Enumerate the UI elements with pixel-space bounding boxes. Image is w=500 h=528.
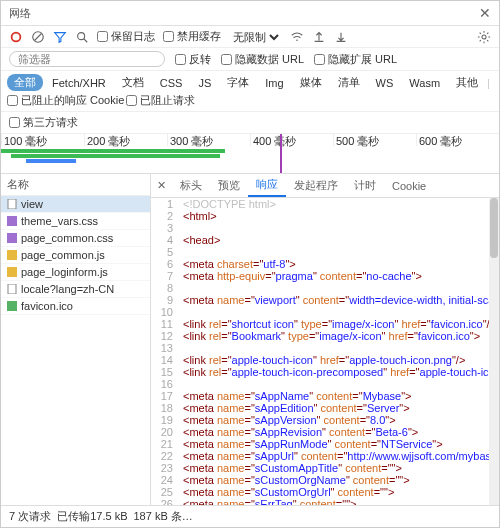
tab-1[interactable]: 预览	[210, 174, 248, 197]
timeline-overview[interactable]: 100 毫秒200 毫秒300 毫秒400 毫秒500 毫秒600 毫秒	[1, 134, 499, 174]
timeline-tick: 100 毫秒	[1, 134, 84, 146]
code-line: 24<meta name="sCustomOrgName" content=""…	[151, 474, 499, 486]
line-source: <meta name="sAppRevision" content="Beta-…	[179, 426, 418, 438]
scrollbar-thumb[interactable]	[490, 198, 498, 258]
file-type-icon	[7, 250, 17, 260]
code-line: 25<meta name="sCustomOrgUrl" content="">	[151, 486, 499, 498]
hide-ext-urls-checkbox[interactable]: 隐藏扩展 URL	[314, 52, 397, 67]
line-source: <link rel="apple-touch-icon" href="apple…	[179, 354, 465, 366]
record-icon[interactable]	[9, 30, 23, 44]
request-name: locale?lang=zh-CN	[21, 283, 114, 295]
request-row[interactable]: favicon.ico	[1, 298, 150, 315]
line-source: <html>	[179, 210, 217, 222]
type-filter-fetch/xhr[interactable]: Fetch/XHR	[45, 76, 113, 90]
type-filter-js[interactable]: JS	[191, 76, 218, 90]
line-source: <meta name="viewport" content="width=dev…	[179, 294, 499, 306]
request-row[interactable]: view	[1, 196, 150, 213]
file-type-icon	[7, 301, 17, 311]
close-icon[interactable]: ✕	[479, 5, 491, 21]
line-number: 11	[151, 318, 179, 330]
line-number: 20	[151, 426, 179, 438]
code-line: 22<meta name="sAppUrl" content="http://w…	[151, 450, 499, 462]
line-number: 24	[151, 474, 179, 486]
filter-input[interactable]	[9, 51, 165, 67]
request-list-panel: 名称 viewtheme_vars.csspage_common.csspage…	[1, 174, 151, 505]
request-row[interactable]: page_common.js	[1, 247, 150, 264]
request-row[interactable]: locale?lang=zh-CN	[1, 281, 150, 298]
type-filter-文档[interactable]: 文档	[115, 74, 151, 91]
search-icon[interactable]	[75, 30, 89, 44]
type-filter-css[interactable]: CSS	[153, 76, 190, 90]
hide-data-urls-checkbox[interactable]: 隐藏数据 URL	[221, 52, 304, 67]
line-source: <head>	[179, 234, 220, 246]
vertical-scrollbar[interactable]	[489, 198, 499, 505]
throttling-select[interactable]: 无限制	[229, 30, 282, 44]
request-row[interactable]: page_loginform.js	[1, 264, 150, 281]
detail-tabs: ✕ 标头预览响应发起程序计时Cookie	[151, 174, 499, 198]
third-party-checkbox[interactable]: 第三方请求	[9, 115, 78, 130]
type-filter-媒体[interactable]: 媒体	[293, 74, 329, 91]
download-icon[interactable]	[334, 30, 348, 44]
type-filter-其他[interactable]: 其他	[449, 74, 485, 91]
invert-checkbox[interactable]: 反转	[175, 52, 211, 67]
code-line: 13	[151, 342, 499, 354]
code-line: 8	[151, 282, 499, 294]
hide-data-urls-label: 隐藏数据 URL	[235, 52, 304, 67]
svg-rect-9	[7, 250, 17, 260]
toolbar-extra: 第三方请求	[1, 112, 499, 134]
wifi-icon[interactable]	[290, 30, 304, 44]
third-party-label: 第三方请求	[23, 115, 78, 130]
type-filter-字体[interactable]: 字体	[220, 74, 256, 91]
line-source	[179, 378, 186, 390]
line-number: 9	[151, 294, 179, 306]
request-row[interactable]: page_common.css	[1, 230, 150, 247]
upload-icon[interactable]	[312, 30, 326, 44]
svg-rect-8	[7, 233, 17, 243]
line-source: <link rel="apple-touch-icon-precomposed"…	[179, 366, 499, 378]
name-column-header[interactable]: 名称	[1, 174, 150, 196]
tab-5[interactable]: Cookie	[384, 174, 434, 197]
line-number: 26	[151, 498, 179, 505]
request-name: page_common.js	[21, 249, 105, 261]
blocked-cookies-checkbox[interactable]: 已阻止的响应 Cookie	[7, 93, 124, 108]
type-filter-img[interactable]: Img	[258, 76, 290, 90]
line-source	[179, 282, 186, 294]
line-source	[179, 306, 186, 318]
tab-4[interactable]: 计时	[346, 174, 384, 197]
disable-cache-checkbox[interactable]: 禁用缓存	[163, 29, 221, 44]
tab-3[interactable]: 发起程序	[286, 174, 346, 197]
type-filter-wasm[interactable]: Wasm	[402, 76, 447, 90]
type-filter-清单[interactable]: 清单	[331, 74, 367, 91]
response-source[interactable]: 1<!DOCTYPE html>2<html>3 4<head>5 6<meta…	[151, 198, 499, 505]
line-source: <!DOCTYPE html>	[179, 198, 276, 210]
close-detail-icon[interactable]: ✕	[151, 179, 172, 192]
file-type-icon	[7, 233, 17, 243]
main-split: 名称 viewtheme_vars.csspage_common.csspage…	[1, 174, 499, 505]
type-filter-ws[interactable]: WS	[369, 76, 401, 90]
code-line: 9<meta name="viewport" content="width=de…	[151, 294, 499, 306]
filter-icon[interactable]	[53, 30, 67, 44]
preserve-log-checkbox[interactable]: 保留日志	[97, 29, 155, 44]
svg-point-0	[12, 32, 21, 41]
line-number: 3	[151, 222, 179, 234]
file-type-icon	[7, 267, 17, 277]
disable-cache-label: 禁用缓存	[177, 29, 221, 44]
status-transferred: 已传输17.5 kB	[57, 509, 127, 524]
code-line: 20<meta name="sAppRevision" content="Bet…	[151, 426, 499, 438]
line-number: 12	[151, 330, 179, 342]
status-requests: 7 次请求	[9, 509, 51, 524]
line-number: 2	[151, 210, 179, 222]
clear-icon[interactable]	[31, 30, 45, 44]
type-filter-全部[interactable]: 全部	[7, 74, 43, 91]
request-row[interactable]: theme_vars.css	[1, 213, 150, 230]
timeline-tick: 300 毫秒	[167, 134, 250, 146]
timeline-tick: 400 毫秒	[250, 134, 333, 146]
blocked-requests-checkbox[interactable]: 已阻止请求	[126, 93, 195, 108]
tab-2[interactable]: 响应	[248, 174, 286, 197]
line-number: 8	[151, 282, 179, 294]
tab-0[interactable]: 标头	[172, 174, 210, 197]
line-number: 15	[151, 366, 179, 378]
timeline-cursor[interactable]	[280, 134, 282, 173]
gear-icon[interactable]	[477, 30, 491, 44]
code-line: 1<!DOCTYPE html>	[151, 198, 499, 210]
